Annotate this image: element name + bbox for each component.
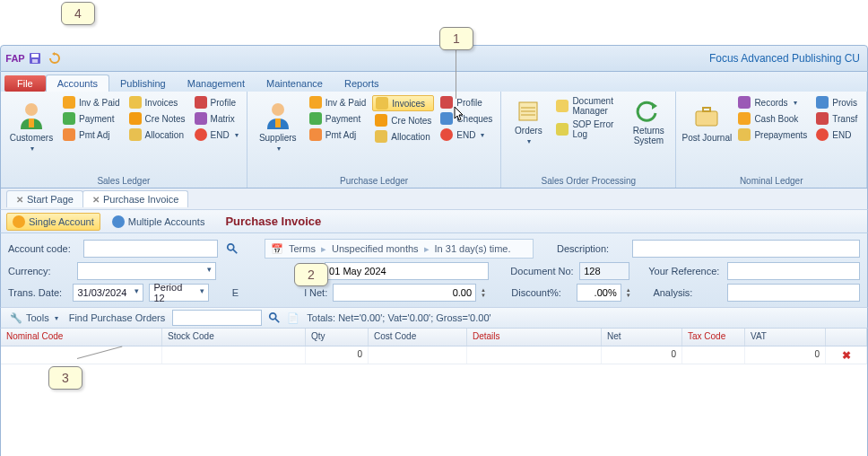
close-icon[interactable]: ✕ <box>92 195 100 205</box>
post-journal-button[interactable]: Post Journal <box>681 95 732 174</box>
callout-2: 2 <box>294 263 328 286</box>
payment-button[interactable]: Payment <box>60 111 123 126</box>
spinner-icon[interactable]: ▲▼ <box>626 287 635 298</box>
delete-row-icon[interactable]: ✖ <box>826 346 867 364</box>
provis-button[interactable]: Provis <box>813 95 860 110</box>
net-label: l Net: <box>288 287 327 298</box>
find-input[interactable] <box>172 310 262 326</box>
period-combo[interactable]: Period 12 <box>149 284 209 302</box>
col-qty[interactable]: Qty <box>306 329 369 346</box>
matrix-button[interactable]: Matrix <box>192 111 241 126</box>
ribbon-tabs: File Accounts Publishing Management Main… <box>0 72 868 92</box>
tools-button[interactable]: 🔧Tools▾ <box>6 311 62 326</box>
cashbook-button[interactable]: Cash Book <box>735 111 810 126</box>
find-po-button[interactable]: Find Purchase Orders <box>65 311 169 325</box>
col-cost[interactable]: Cost Code <box>369 329 467 346</box>
cre-notes-button[interactable]: Cre Notes <box>126 111 188 126</box>
app-logo-icon: FAP <box>8 51 22 66</box>
description-label: Description: <box>557 243 627 254</box>
doc-icon[interactable]: 📄 <box>287 312 299 324</box>
callout-3: 3 <box>48 366 82 390</box>
prepayments-button[interactable]: Prepayments <box>735 127 810 142</box>
svg-rect-8 <box>696 111 717 126</box>
tab-file[interactable]: File <box>4 75 46 92</box>
svg-line-11 <box>233 250 237 253</box>
analysis-input[interactable] <box>727 284 860 302</box>
svg-rect-1 <box>31 54 39 57</box>
description-input[interactable] <box>632 240 860 258</box>
people-icon <box>112 215 125 228</box>
sop-error-button[interactable]: SOP Error Log <box>553 118 623 140</box>
discount-input[interactable] <box>577 284 621 302</box>
pl-cre-notes-button[interactable]: Cre Notes <box>372 113 434 127</box>
transf-button[interactable]: Transf <box>813 111 860 126</box>
chevron-down-icon: ▾ <box>30 145 34 153</box>
returns-button[interactable]: Returns System <box>627 95 670 174</box>
single-account-button[interactable]: Single Account <box>6 213 100 231</box>
col-nominal[interactable]: Nominal Code <box>1 329 162 346</box>
refresh-icon[interactable] <box>48 51 62 66</box>
yourref-input[interactable] <box>727 262 860 280</box>
group-sop: Orders ▾ Document Manager SOP Error Log … <box>501 92 676 188</box>
pl-inv-paid-button[interactable]: Inv & Paid <box>307 95 369 110</box>
pl-pmt-adj-button[interactable]: Pmt Adj <box>307 127 369 142</box>
invoices-button[interactable]: Invoices <box>126 95 188 110</box>
transdate-combo[interactable]: 31/03/2024 <box>73 284 143 302</box>
close-icon[interactable]: ✕ <box>16 195 23 205</box>
col-stock[interactable]: Stock Code <box>162 329 306 346</box>
date-input[interactable] <box>325 262 489 280</box>
pl-allocation-button[interactable]: Allocation <box>372 129 434 144</box>
col-net[interactable]: Net <box>602 329 682 346</box>
tab-publishing[interactable]: Publishing <box>109 75 177 92</box>
docno-label: Document No: <box>510 266 574 276</box>
multiple-accounts-button[interactable]: Multiple Accounts <box>106 213 212 231</box>
nom-end-button[interactable]: END <box>813 127 860 142</box>
account-code-input[interactable] <box>83 240 218 258</box>
inv-paid-button[interactable]: Inv & Paid <box>60 95 123 110</box>
pmt-adj-button[interactable]: Pmt Adj <box>60 127 123 142</box>
docno-input[interactable] <box>579 262 629 280</box>
col-vat[interactable]: VAT <box>745 329 826 346</box>
page-title: Purchase Invoice <box>225 215 321 228</box>
tab-management[interactable]: Management <box>177 75 256 92</box>
net-input[interactable] <box>333 284 476 302</box>
returns-icon <box>636 99 661 124</box>
spinner-icon[interactable]: ▲▼ <box>481 287 490 298</box>
pl-payment-button[interactable]: Payment <box>307 111 369 126</box>
save-icon[interactable] <box>28 51 42 66</box>
callout-1: 1 <box>439 27 473 50</box>
table-row[interactable]: 0 0 0 ✖ <box>1 346 867 364</box>
pl-invoices-button[interactable]: Invoices <box>372 95 434 111</box>
doc-manager-button[interactable]: Document Manager <box>553 95 623 117</box>
callout-line-1 <box>456 48 456 99</box>
tab-purchase-invoice[interactable]: ✕Purchase Invoice <box>82 190 188 207</box>
pl-profile-button[interactable]: Profile <box>438 95 495 110</box>
customers-button[interactable]: Customers ▾ <box>6 95 56 174</box>
profile-button[interactable]: Profile <box>192 95 241 110</box>
pl-cheques-button[interactable]: Cheques <box>438 111 495 126</box>
records-button[interactable]: Records▾ <box>735 95 810 110</box>
orders-button[interactable]: Orders ▾ <box>507 95 550 174</box>
search-icon[interactable] <box>223 240 241 258</box>
col-tax[interactable]: Tax Code <box>682 329 745 346</box>
svg-point-12 <box>270 313 276 320</box>
tab-accounts[interactable]: Accounts <box>46 75 109 92</box>
currency-combo[interactable] <box>77 262 216 280</box>
search-icon[interactable] <box>265 309 283 327</box>
calendar-icon: 📅 <box>271 243 283 255</box>
callout-4: 4 <box>61 2 95 25</box>
terms-breadcrumb[interactable]: 📅 Terms▸ Unspecified months▸ In 31 day(s… <box>265 239 534 259</box>
tab-reports[interactable]: Reports <box>334 75 390 92</box>
group-label-sop: Sales Order Processing <box>507 174 670 188</box>
allocation-button[interactable]: Allocation <box>126 127 188 142</box>
tab-maintenance[interactable]: Maintenance <box>256 75 334 92</box>
group-label-nominal: Nominal Ledger <box>681 174 861 188</box>
col-details[interactable]: Details <box>467 329 602 346</box>
end-button[interactable]: END▾ <box>192 127 241 142</box>
titlebar: FAP Focus Advanced Publishing CU <box>0 45 868 72</box>
pl-end-button[interactable]: END▾ <box>438 127 495 142</box>
ribbon-body: Customers ▾ Inv & Paid Payment Pmt Adj I… <box>0 92 868 189</box>
document-tabs: ✕Start Page ✕Purchase Invoice <box>0 189 868 210</box>
tab-start-page[interactable]: ✕Start Page <box>6 190 83 207</box>
suppliers-button[interactable]: Suppliers ▾ <box>253 95 303 174</box>
